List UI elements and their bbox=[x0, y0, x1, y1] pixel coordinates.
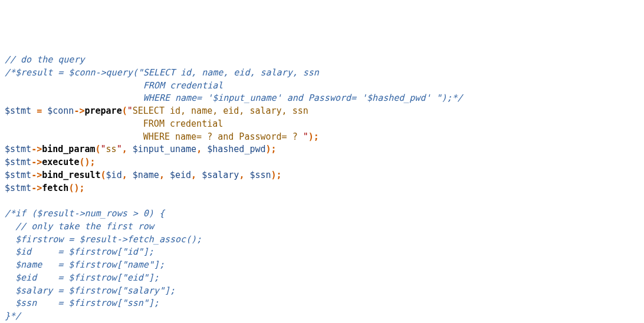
comment-line: $ssn = $firstrow["ssn"]; bbox=[5, 298, 159, 308]
comment-line: /*$result = $conn->query("SELECT id, nam… bbox=[5, 67, 319, 78]
paren-close: ); bbox=[271, 170, 282, 180]
comment-line: // only take the first row bbox=[5, 221, 154, 232]
paren-close: ); bbox=[266, 144, 277, 154]
variable: $stmt bbox=[5, 106, 31, 116]
comma: , bbox=[191, 170, 202, 180]
variable: $input_uname bbox=[133, 144, 196, 154]
comment-line: $firstrow = $result->fetch_assoc(); bbox=[5, 234, 202, 245]
paren-open: ( bbox=[101, 170, 106, 180]
method-name: bind_param bbox=[42, 144, 95, 154]
comma: , bbox=[122, 144, 133, 154]
comment-line: WHERE name= '$input_uname' and Password=… bbox=[5, 93, 463, 103]
operator: = bbox=[31, 106, 47, 116]
comment-line: $name = $firstrow["name"]; bbox=[5, 259, 165, 270]
comma: , bbox=[159, 170, 170, 180]
comment-line: FROM credential bbox=[5, 80, 223, 91]
paren-open: ( bbox=[96, 144, 101, 154]
code-block: // do the query /*$result = $conn->query… bbox=[5, 54, 639, 323]
comment-line: $salary = $firstrow["salary"]; bbox=[5, 285, 175, 296]
variable: $conn bbox=[47, 106, 74, 116]
string-quote: " bbox=[117, 144, 122, 154]
paren-close: (); bbox=[79, 157, 95, 167]
string-quote: " bbox=[101, 144, 106, 154]
comment-line: }*/ bbox=[5, 311, 21, 321]
variable: $stmt bbox=[5, 183, 31, 193]
comment-line: $id = $firstrow["id"]; bbox=[5, 246, 154, 257]
string-quote: " bbox=[127, 106, 133, 116]
string-content: SELECT id, name, eid, salary, ssn bbox=[133, 106, 308, 116]
string-content: WHERE name= ? and Password= ? bbox=[5, 131, 303, 142]
comment-line: // do the query bbox=[5, 54, 84, 65]
variable: $ssn bbox=[249, 170, 271, 180]
variable: $stmt bbox=[5, 144, 31, 154]
paren-close: ); bbox=[308, 131, 319, 142]
comment-line: /*if ($result->num_rows > 0) { bbox=[5, 208, 165, 219]
comma: , bbox=[239, 170, 249, 180]
paren-open: ( bbox=[122, 106, 127, 116]
comment-line: $eid = $firstrow["eid"]; bbox=[5, 272, 159, 283]
operator-arrow: -> bbox=[31, 183, 42, 193]
string-content: ss bbox=[106, 144, 117, 154]
variable: $salary bbox=[202, 170, 239, 180]
operator-arrow: -> bbox=[31, 144, 42, 154]
method-name: prepare bbox=[84, 106, 121, 116]
comma: , bbox=[196, 144, 207, 154]
method-name: bind_result bbox=[42, 170, 100, 180]
variable: $eid bbox=[170, 170, 191, 180]
operator-arrow: -> bbox=[31, 170, 42, 180]
paren-close: (); bbox=[68, 183, 84, 193]
variable: $id bbox=[106, 170, 122, 180]
method-name: execute bbox=[42, 157, 79, 167]
variable: $name bbox=[133, 170, 159, 180]
string-quote: " bbox=[303, 131, 308, 142]
variable: $stmt bbox=[5, 170, 31, 180]
operator-arrow: -> bbox=[74, 106, 84, 116]
operator-arrow: -> bbox=[31, 157, 42, 167]
method-name: fetch bbox=[42, 183, 68, 193]
variable: $hashed_pwd bbox=[207, 144, 265, 154]
string-content: FROM credential bbox=[5, 118, 223, 129]
comma: , bbox=[122, 170, 133, 180]
variable: $stmt bbox=[5, 157, 31, 167]
